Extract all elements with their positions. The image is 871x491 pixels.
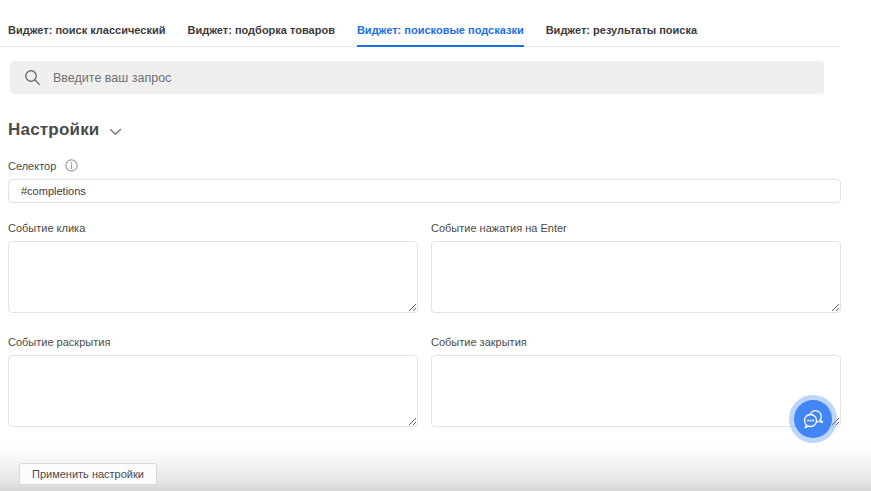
chevron-down-icon[interactable] <box>100 125 122 136</box>
close-event-textarea[interactable] <box>431 355 841 427</box>
selector-label-row: Селектор <box>8 159 841 172</box>
field-enter-event: Событие нажатия на Enter <box>431 203 841 317</box>
search-input[interactable] <box>53 71 810 85</box>
open-event-textarea[interactable] <box>8 355 418 427</box>
widget-settings-page: Виджет: поиск классический Виджет: подбо… <box>0 0 871 491</box>
tab-classic-search[interactable]: Виджет: поиск классический <box>8 24 165 46</box>
field-close-event: Событие закрытия <box>431 317 841 431</box>
close-event-label: Событие закрытия <box>431 336 841 348</box>
selector-input[interactable] <box>8 179 841 203</box>
chat-bubbles-icon <box>801 407 825 431</box>
click-event-label: Событие клика <box>8 222 418 234</box>
tab-product-selection[interactable]: Виджет: подборка товаров <box>187 24 334 46</box>
chat-fab-button[interactable] <box>794 400 832 438</box>
open-event-label: Событие раскрытия <box>8 336 418 348</box>
selector-label: Селектор <box>8 160 56 172</box>
field-click-event: Событие клика <box>8 203 418 317</box>
info-icon[interactable] <box>56 159 78 172</box>
widget-search-bar[interactable] <box>10 61 824 94</box>
field-open-event: Событие раскрытия <box>8 317 418 431</box>
widget-tabbar: Виджет: поиск классический Виджет: подбо… <box>0 0 840 47</box>
event-fields-grid: Событие клика Событие нажатия на Enter С… <box>8 203 841 431</box>
settings-heading-row[interactable]: Настройки <box>8 120 841 140</box>
enter-event-textarea[interactable] <box>431 241 841 313</box>
enter-event-label: Событие нажатия на Enter <box>431 222 841 234</box>
search-icon <box>24 69 41 86</box>
settings-section: Настройки Селектор Событие клика <box>8 120 841 431</box>
tab-search-results[interactable]: Виджет: результаты поиска <box>546 24 697 46</box>
apply-settings-button[interactable]: Применить настройки <box>19 463 157 485</box>
click-event-textarea[interactable] <box>8 241 418 313</box>
tab-search-suggestions[interactable]: Виджет: поисковые подсказки <box>357 24 524 46</box>
settings-heading: Настройки <box>8 120 100 140</box>
